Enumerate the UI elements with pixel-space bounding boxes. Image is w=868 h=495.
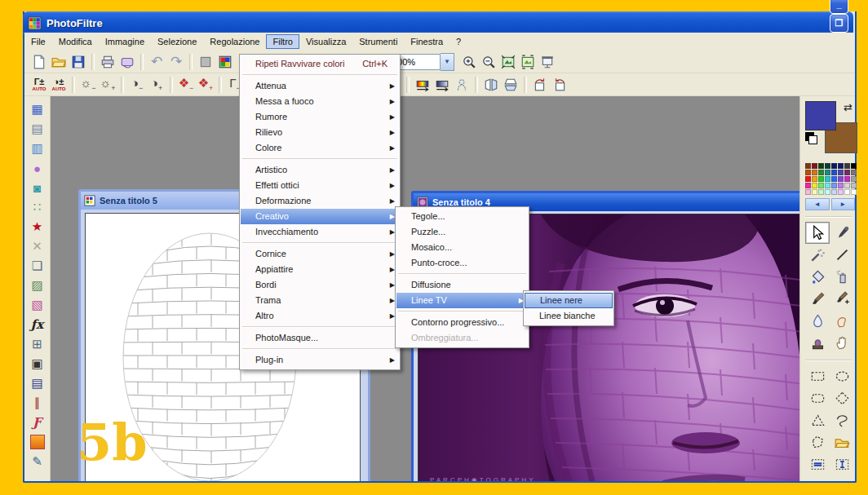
redo-button[interactable]: ↷ <box>166 52 186 72</box>
menu-item-punto-croce[interactable]: Punto-croce... <box>396 255 528 271</box>
line-tool[interactable] <box>830 244 854 266</box>
sphere-icon[interactable]: ● <box>28 158 47 178</box>
spray-tool[interactable] <box>830 266 854 288</box>
palette-color[interactable] <box>838 176 844 182</box>
select-rounded-rect[interactable] <box>805 387 830 409</box>
palette-color[interactable] <box>831 189 837 195</box>
select-polygon[interactable] <box>805 431 830 453</box>
brush-tool[interactable] <box>805 288 830 310</box>
palette-color[interactable] <box>812 183 817 188</box>
gamma-auto-button[interactable]: Γ±AUTO <box>29 75 49 95</box>
save-2000-icon[interactable]: ▤ <box>28 373 47 393</box>
orange-gradient-icon[interactable] <box>28 432 47 452</box>
palette-color[interactable] <box>851 183 857 188</box>
palette-color[interactable] <box>851 189 857 195</box>
palette-color[interactable] <box>851 176 857 182</box>
scanlines-option[interactable] <box>805 453 830 475</box>
menu-item-invecchiamento[interactable]: Invecchiamento▶ <box>241 224 399 240</box>
menu-item-puzzle[interactable]: Puzzle... <box>396 224 528 240</box>
load-selection[interactable] <box>830 431 854 453</box>
menu-help[interactable]: ? <box>450 34 467 49</box>
palette-button[interactable] <box>215 52 235 72</box>
menu-item-tegole[interactable]: Tegole... <box>396 209 528 224</box>
selection-button[interactable] <box>196 52 215 72</box>
menu-item-ripeti-ravvivare-colori[interactable]: Ripeti Ravvivare coloriCtrl+K <box>241 56 399 72</box>
gradient-blue-button[interactable] <box>432 75 452 95</box>
undo-button[interactable]: ↶ <box>147 52 166 72</box>
menu-item-appiattire[interactable]: Appiattire▶ <box>241 262 399 277</box>
zoom-out-button[interactable] <box>479 52 498 72</box>
saturation-plus-button[interactable]: ❖+ <box>196 75 215 95</box>
zoom-in-button[interactable] <box>459 52 479 72</box>
palette-color[interactable] <box>812 176 817 182</box>
palette-color[interactable] <box>805 170 811 175</box>
menu-item-colore[interactable]: Colore▶ <box>241 140 399 156</box>
move-tool[interactable] <box>830 332 854 354</box>
new-button[interactable] <box>29 52 49 72</box>
automate-icon[interactable]: ▦ <box>28 99 47 119</box>
palette-color[interactable] <box>812 170 817 175</box>
palette-color[interactable] <box>825 170 830 175</box>
title-bar[interactable]: PhotoFiltre _❐✕ <box>23 11 853 34</box>
palette-color[interactable] <box>805 176 811 182</box>
fill-tool[interactable] <box>805 266 830 288</box>
advanced-brush-tool[interactable] <box>830 288 854 310</box>
menu-item-linee-bianche[interactable]: Linee bianche <box>525 308 613 324</box>
palette-color[interactable] <box>838 189 844 195</box>
flip-horizontal-button[interactable] <box>481 75 501 95</box>
palette-color[interactable] <box>818 183 824 188</box>
tools-disabled-icon[interactable]: ✕ <box>28 236 47 256</box>
text-option[interactable] <box>830 453 854 475</box>
menu-immagine[interactable]: Immagine <box>99 34 151 49</box>
palette-color[interactable] <box>825 176 830 182</box>
slideshow-button[interactable] <box>538 52 557 72</box>
transparent-button[interactable] <box>452 75 472 95</box>
new-page-icon[interactable]: ❏ <box>28 256 47 276</box>
arrow-tool[interactable] <box>805 222 830 244</box>
menu-item-trama[interactable]: Trama▶ <box>241 293 399 308</box>
select-ellipse[interactable] <box>830 365 854 387</box>
thumbnails-icon[interactable]: ∷ <box>28 197 47 217</box>
menu-item-mosaico[interactable]: Mosaico... <box>396 240 528 255</box>
eyedropper-tool[interactable] <box>830 222 854 244</box>
palette-color[interactable] <box>844 163 850 169</box>
gradient-stripes-icon[interactable]: ▧ <box>28 295 47 315</box>
palette-color[interactable] <box>825 183 830 188</box>
menu-item-linee-nere[interactable]: Linee nere <box>525 293 613 308</box>
guides-icon[interactable]: ∥ <box>28 393 47 413</box>
rotate-left-button[interactable] <box>530 75 550 95</box>
open-button[interactable] <box>49 52 69 72</box>
brightness-plus-button[interactable]: ☼+ <box>98 75 117 95</box>
palette-color[interactable] <box>844 189 850 195</box>
palette-color[interactable] <box>805 163 811 169</box>
menu-item-attenua[interactable]: Attenua▶ <box>241 78 399 94</box>
menu-item-diffusione[interactable]: Diffusione <box>396 277 528 293</box>
print-button[interactable] <box>98 52 117 72</box>
photofiltre-f-icon[interactable]: Ƒ <box>28 413 47 432</box>
menu-item-plug-in[interactable]: Plug-in▶ <box>241 352 399 368</box>
palette-color[interactable] <box>831 163 837 169</box>
palette-color[interactable] <box>818 163 824 169</box>
palette-color[interactable] <box>838 183 844 188</box>
palette-color[interactable] <box>812 189 817 195</box>
palette-color[interactable] <box>831 176 837 182</box>
palette-color[interactable] <box>818 176 824 182</box>
photos-icon[interactable]: ▨ <box>28 276 47 295</box>
camera-icon[interactable]: ◙ <box>28 178 47 197</box>
menu-filtro[interactable]: Filtro <box>266 34 299 49</box>
export-film-icon[interactable]: ▤ <box>28 119 47 139</box>
smudge-tool[interactable] <box>830 310 854 332</box>
restore-button[interactable]: ❐ <box>830 14 848 33</box>
star-icon[interactable]: ★ <box>28 217 47 236</box>
flip-vertical-button[interactable] <box>501 75 520 95</box>
menu-visualizza[interactable]: Visualizza <box>299 34 352 49</box>
gradient-red-button[interactable] <box>413 75 432 95</box>
palette-prev-button[interactable]: ◄ <box>805 198 830 210</box>
palette-color[interactable] <box>838 170 844 175</box>
blur-tool[interactable] <box>805 310 830 332</box>
menu-item-linee-tv[interactable]: Linee TV▶ <box>396 293 528 308</box>
menu-item-cornice[interactable]: Cornice▶ <box>241 246 399 262</box>
select-diamond[interactable] <box>830 387 854 409</box>
palette-next-button[interactable]: ► <box>831 198 856 210</box>
swap-colors-icon[interactable]: ⇄ <box>844 101 852 113</box>
